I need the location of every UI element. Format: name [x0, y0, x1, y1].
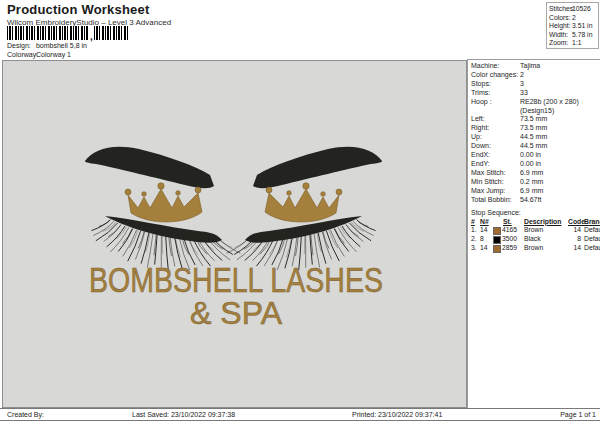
- machine-value: 6.9 mm: [520, 187, 600, 196]
- machine-value: 44.5 mm: [520, 133, 600, 142]
- cell-st: 4165: [493, 226, 524, 235]
- cell-brand: Default: [584, 244, 600, 253]
- machine-row: Color changes:2: [471, 71, 600, 80]
- machine-row: (Design15): [471, 107, 600, 116]
- machine-row: Trims:33: [471, 89, 600, 98]
- machine-value: 6.9 mm: [520, 169, 600, 178]
- crown-ball: [158, 183, 164, 189]
- machine-label: Right:: [471, 124, 520, 133]
- machine-label: Min Stitch:: [471, 178, 520, 187]
- summary-value: 2: [572, 14, 598, 23]
- thread-color-swatch: [494, 237, 500, 243]
- machine-value: 54.67ft: [520, 196, 600, 205]
- machine-info-panel: Machine:Tajima Color changes:2 Stops:3 T…: [467, 59, 600, 408]
- design-label: Design:: [7, 42, 34, 49]
- col-brand: Brand: [584, 218, 600, 227]
- machine-label: Machine:: [471, 62, 520, 71]
- cell-code: 8: [568, 235, 584, 244]
- page-number: Page 1 of 1: [560, 409, 596, 420]
- machine-value: 2: [520, 71, 600, 80]
- colorway-row: Colorway: Colorway 1: [7, 51, 71, 58]
- machine-row: EndY:0.00 in: [471, 160, 600, 169]
- page-title: Production Worksheet: [7, 2, 149, 17]
- machine-row: Max Stitch:6.9 mm: [471, 169, 600, 178]
- crown-body: [128, 189, 202, 222]
- machine-label: Max Stitch:: [471, 169, 520, 178]
- left-eye-group: [85, 147, 240, 271]
- machine-row: Total Bobbin:54.67ft: [471, 196, 600, 205]
- machine-value: 44.5 mm: [520, 142, 600, 151]
- col-description: Description: [524, 218, 568, 227]
- cell-num: 2.: [471, 235, 480, 244]
- production-worksheet-page: Production Worksheet Wilcom EmbroiderySt…: [0, 0, 600, 424]
- crown-shape: [125, 183, 202, 222]
- machine-value: 0.00 in: [520, 151, 600, 160]
- design-row: Design: bombshell 5,8 in: [7, 42, 87, 49]
- cell-st: 2859: [493, 244, 524, 253]
- cell-n: 8: [480, 235, 493, 244]
- machine-row: Down:44.5 mm: [471, 142, 600, 151]
- summary-label: Height:: [549, 22, 572, 31]
- embroidery-design-graphic: BOMBSHELL LASHES & SPA: [3, 61, 468, 409]
- summary-row: Stitches: 10526: [549, 5, 598, 14]
- cell-brand: Default: [584, 226, 600, 235]
- cell-num: 3.: [471, 244, 480, 253]
- eyebrow-shape: [85, 147, 214, 189]
- machine-label: Trims:: [471, 89, 520, 98]
- cell-description: Black: [524, 235, 568, 244]
- machine-label: EndY:: [471, 160, 520, 169]
- machine-label: Max Jump:: [471, 187, 520, 196]
- machine-label: Left:: [471, 115, 520, 124]
- machine-label: Up:: [471, 133, 520, 142]
- cell-description: Brown: [524, 244, 568, 253]
- printed-text: Printed: 23/10/2022 09:37:41: [352, 409, 442, 420]
- machine-label: [471, 107, 520, 116]
- machine-label: Hoop :: [471, 98, 520, 107]
- summary-label: Stitches:: [549, 5, 572, 14]
- machine-label: Stops:: [471, 80, 520, 89]
- machine-row: Hoop :RE28b (200 x 280): [471, 98, 600, 107]
- thread-color-swatch: [494, 246, 500, 252]
- cell-n: 14: [480, 226, 493, 235]
- summary-value: 1:1: [572, 39, 598, 48]
- machine-row: EndX:0.00 in: [471, 151, 600, 160]
- cell-code: 14: [568, 226, 584, 235]
- machine-value: 0.2 mm: [520, 178, 600, 187]
- footer-bar: Created By: Last Saved: 23/10/2022 09:37…: [0, 408, 600, 421]
- summary-row: Height: 3.51 in: [549, 22, 598, 31]
- barcode-bars-right: [94, 26, 129, 40]
- machine-value: 3: [520, 80, 600, 89]
- design-text-line1: BOMBSHELL LASHES: [89, 260, 383, 299]
- crown-ball: [195, 187, 201, 193]
- design-text-line2: & SPA: [190, 295, 283, 331]
- crown-ball: [142, 192, 147, 197]
- cell-code: 14: [568, 244, 584, 253]
- summary-value: 5.78 in: [572, 31, 598, 40]
- machine-row: Left:73.5 mm: [471, 115, 600, 124]
- design-name-value: bombshell 5,8 in: [36, 42, 87, 49]
- cell-st: 3500: [493, 235, 524, 244]
- crown-ball: [176, 191, 181, 196]
- created-by-label: Created By:: [7, 409, 44, 420]
- colorway-value: Colorway 1: [36, 51, 71, 58]
- stop-table-row: 1. 14 4165 Brown 14 Default: [471, 226, 600, 235]
- machine-label: Color changes:: [471, 71, 520, 80]
- machine-row: Machine:Tajima: [471, 62, 600, 71]
- design-summary-box: Stitches: 10526 Colors: 2 Height: 3.51 i…: [546, 2, 599, 49]
- colorway-label: Colorway:: [7, 51, 34, 58]
- machine-label: Down:: [471, 142, 520, 151]
- col-n: N#: [480, 218, 493, 227]
- machine-row: Stops:3: [471, 80, 600, 89]
- stop-sequence-table: # N# St. Description Code Brand 1. 14 41…: [471, 218, 600, 254]
- summary-value: 10526: [572, 5, 598, 14]
- col-st: St.: [493, 218, 524, 227]
- machine-value: 33: [520, 89, 600, 98]
- machine-row: Up:44.5 mm: [471, 133, 600, 142]
- machine-value: 73.5 mm: [520, 115, 600, 124]
- crown-ball: [125, 189, 131, 195]
- cell-n: 14: [480, 244, 493, 253]
- summary-label: Zoom:: [549, 39, 572, 48]
- summary-row: Zoom: 1:1: [549, 39, 598, 48]
- machine-value: Tajima: [520, 62, 600, 71]
- summary-row: Width: 5.78 in: [549, 31, 598, 40]
